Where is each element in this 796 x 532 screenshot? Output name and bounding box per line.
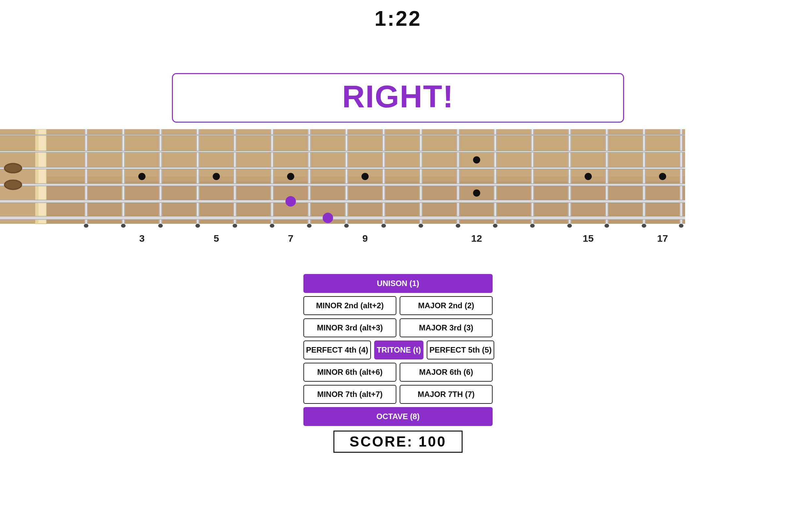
feedback-box: RIGHT! bbox=[172, 73, 624, 122]
fret-label: 17 bbox=[657, 233, 668, 244]
fret-label: 15 bbox=[583, 233, 593, 244]
svg-point-60 bbox=[567, 224, 572, 228]
svg-rect-83 bbox=[0, 135, 685, 135]
timer: 1:22 bbox=[0, 6, 796, 31]
svg-point-75 bbox=[213, 173, 220, 180]
interval-button[interactable]: MINOR 3rd (alt+3) bbox=[303, 318, 396, 337]
svg-point-48 bbox=[456, 224, 460, 228]
svg-rect-27 bbox=[271, 129, 273, 224]
svg-point-40 bbox=[381, 224, 386, 228]
svg-point-12 bbox=[121, 224, 126, 228]
svg-rect-47 bbox=[457, 129, 459, 224]
svg-point-8 bbox=[84, 224, 89, 228]
svg-point-64 bbox=[605, 224, 609, 228]
svg-rect-5 bbox=[0, 129, 35, 224]
svg-rect-1 bbox=[0, 129, 685, 176]
svg-point-28 bbox=[270, 224, 274, 228]
fret-label: 5 bbox=[214, 233, 219, 244]
feedback-text: RIGHT! bbox=[342, 79, 454, 114]
svg-point-79 bbox=[473, 190, 480, 197]
svg-rect-43 bbox=[420, 129, 421, 224]
interval-button[interactable]: PERFECT 5th (5) bbox=[427, 341, 494, 359]
score-text: SCORE: 100 bbox=[350, 434, 447, 450]
svg-point-98 bbox=[285, 196, 296, 207]
interval-button[interactable]: MINOR 7th (alt+7) bbox=[303, 385, 396, 404]
interval-button[interactable]: PERFECT 4th (4) bbox=[303, 341, 371, 359]
svg-rect-11 bbox=[123, 129, 124, 224]
svg-point-80 bbox=[585, 173, 592, 180]
svg-point-52 bbox=[493, 224, 497, 228]
svg-rect-51 bbox=[495, 129, 496, 224]
interval-button[interactable]: TRITONE (t) bbox=[374, 341, 424, 359]
svg-rect-87 bbox=[0, 167, 685, 169]
svg-point-78 bbox=[473, 156, 480, 164]
interval-button[interactable]: MINOR 6th (alt+6) bbox=[303, 363, 396, 382]
svg-point-99 bbox=[323, 213, 333, 223]
svg-rect-31 bbox=[309, 129, 310, 224]
interval-button[interactable]: UNISON (1) bbox=[303, 274, 493, 293]
interval-button[interactable]: MAJOR 3rd (3) bbox=[400, 318, 493, 337]
svg-point-76 bbox=[287, 173, 294, 180]
svg-rect-95 bbox=[0, 200, 685, 203]
svg-rect-19 bbox=[197, 129, 198, 224]
svg-point-72 bbox=[679, 224, 683, 228]
svg-rect-39 bbox=[383, 129, 384, 224]
svg-point-44 bbox=[419, 224, 423, 228]
svg-rect-59 bbox=[569, 129, 570, 224]
fret-label: 12 bbox=[471, 233, 482, 244]
svg-rect-4 bbox=[35, 129, 38, 224]
score-box: SCORE: 100 bbox=[334, 431, 462, 453]
svg-rect-91 bbox=[0, 184, 685, 186]
fret-label: 7 bbox=[288, 233, 293, 244]
svg-point-32 bbox=[307, 224, 311, 228]
svg-rect-23 bbox=[234, 129, 235, 224]
svg-rect-15 bbox=[160, 129, 161, 224]
fret-label: 9 bbox=[362, 233, 368, 244]
svg-point-36 bbox=[344, 224, 349, 228]
svg-rect-67 bbox=[643, 129, 645, 224]
interval-button[interactable]: MAJOR 2nd (2) bbox=[400, 296, 493, 315]
svg-rect-71 bbox=[681, 129, 682, 224]
svg-point-74 bbox=[138, 173, 146, 180]
svg-rect-97 bbox=[0, 216, 685, 220]
svg-rect-85 bbox=[0, 151, 685, 152]
interval-button[interactable]: OCTAVE (8) bbox=[303, 407, 493, 426]
svg-point-81 bbox=[659, 173, 666, 180]
svg-point-24 bbox=[233, 224, 237, 228]
svg-point-16 bbox=[158, 224, 163, 228]
interval-button[interactable]: MAJOR 7TH (7) bbox=[400, 385, 493, 404]
svg-point-89 bbox=[5, 165, 21, 172]
fretboard[interactable]: 3579121517 bbox=[0, 129, 685, 232]
svg-rect-63 bbox=[606, 129, 607, 224]
svg-rect-55 bbox=[532, 129, 533, 224]
fret-label: 3 bbox=[139, 233, 145, 244]
svg-point-20 bbox=[195, 224, 200, 228]
interval-button[interactable]: MINOR 2nd (alt+2) bbox=[303, 296, 396, 315]
interval-button[interactable]: MAJOR 6th (6) bbox=[400, 363, 493, 382]
svg-rect-7 bbox=[86, 129, 87, 224]
svg-point-93 bbox=[5, 181, 21, 189]
interval-button-grid: UNISON (1)MINOR 2nd (alt+2)MAJOR 2nd (2)… bbox=[303, 274, 493, 426]
svg-point-77 bbox=[361, 173, 368, 180]
svg-point-68 bbox=[642, 224, 646, 228]
svg-rect-35 bbox=[346, 129, 347, 224]
svg-point-56 bbox=[530, 224, 535, 228]
